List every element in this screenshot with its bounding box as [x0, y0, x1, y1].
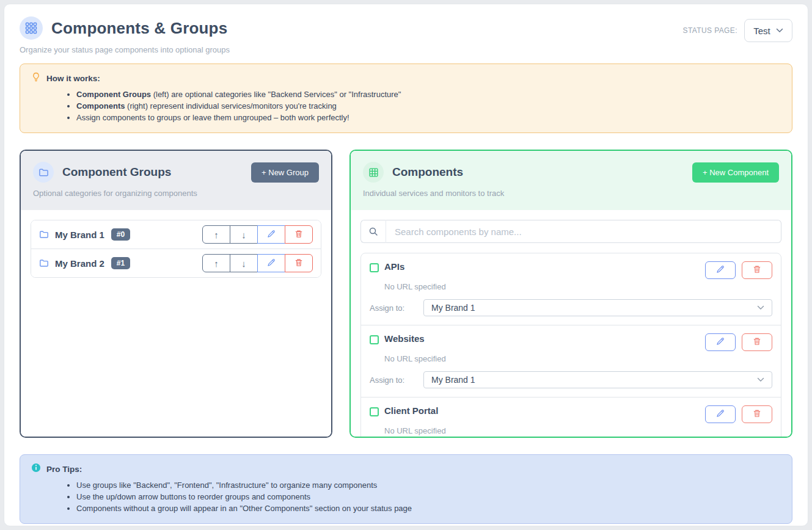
move-up-button[interactable]: ↑ — [202, 225, 230, 244]
pro-tips-box: Pro Tips: Use groups like "Backend", "Fr… — [20, 454, 792, 524]
components-title: Components — [392, 165, 463, 179]
move-down-button[interactable]: ↓ — [230, 225, 258, 244]
page-header-left: Components & Groups Organize your status… — [20, 16, 230, 54]
group-order-badge: #1 — [111, 257, 130, 269]
group-actions: ↑ ↓ — [202, 225, 313, 244]
delete-component-button[interactable] — [742, 261, 772, 279]
status-page-area: STATUS PAGE: Test — [683, 19, 792, 42]
chevron-down-icon — [757, 305, 764, 310]
folder-icon — [39, 258, 49, 268]
component-card: APIs No URL specified — [361, 253, 781, 325]
assign-to-label: Assign to: — [370, 303, 423, 313]
component-name: Websites — [384, 333, 425, 344]
new-component-button[interactable]: + New Component — [692, 162, 779, 183]
edit-group-button[interactable] — [257, 254, 285, 272]
assign-group-value: My Brand 1 — [431, 303, 475, 313]
components-panel: Components + New Component Individual se… — [349, 150, 792, 438]
assign-group-select[interactable]: My Brand 1 — [423, 299, 772, 316]
trash-icon — [294, 230, 303, 240]
status-page-value: Test — [753, 26, 770, 36]
search-icon — [360, 220, 386, 243]
delete-group-button[interactable] — [285, 225, 313, 244]
move-down-button[interactable]: ↓ — [230, 254, 258, 272]
group-actions: ↑ ↓ — [202, 254, 313, 272]
down-arrow-icon: ↓ — [241, 258, 246, 269]
chevron-down-icon — [757, 377, 764, 382]
component-groups-body: My Brand 1 #0 ↑ ↓ — [21, 210, 331, 437]
component-name: Client Portal — [384, 405, 438, 416]
pencil-icon — [716, 337, 725, 347]
component-card: Websites No URL specified — [361, 325, 781, 397]
grid-table-icon — [363, 162, 384, 183]
edit-component-button[interactable] — [705, 333, 736, 351]
how-it-works-title: How it works: — [46, 74, 100, 83]
components-header: Components + New Component Individual se… — [351, 151, 791, 210]
components-body: APIs No URL specified — [351, 210, 791, 438]
component-checkbox[interactable] — [370, 335, 379, 344]
status-page-select[interactable]: Test — [744, 19, 792, 42]
pencil-icon — [267, 230, 276, 240]
pencil-icon — [267, 258, 276, 269]
component-card: Client Portal No URL specified — [361, 397, 781, 438]
component-groups-title: Component Groups — [62, 165, 171, 179]
delete-component-button[interactable] — [742, 333, 772, 351]
page-header: Components & Groups Organize your status… — [20, 16, 792, 54]
trash-icon — [753, 409, 761, 419]
pencil-icon — [716, 409, 725, 419]
folder-icon — [33, 162, 54, 183]
how-it-works-bullet: Assign components to groups or leave the… — [76, 112, 781, 123]
component-list: APIs No URL specified — [360, 253, 781, 438]
component-actions — [705, 333, 772, 351]
assign-to-label: Assign to: — [370, 376, 423, 385]
pro-tips-list: Use groups like "Backend", "Frontend", "… — [31, 479, 781, 514]
down-arrow-icon: ↓ — [241, 230, 246, 240]
apps-grid-icon — [20, 16, 43, 40]
search-input[interactable] — [386, 220, 781, 243]
up-arrow-icon: ↑ — [214, 230, 219, 240]
component-actions — [705, 405, 772, 423]
how-it-works-list: Component Groups (left) are optional cat… — [31, 89, 781, 123]
trash-icon — [753, 265, 761, 275]
new-group-button[interactable]: + New Group — [251, 162, 319, 183]
assign-group-select[interactable]: My Brand 1 — [423, 371, 772, 388]
up-arrow-icon: ↑ — [214, 258, 219, 269]
group-row: My Brand 2 #1 ↑ ↓ — [31, 249, 321, 277]
delete-component-button[interactable] — [742, 405, 772, 423]
pro-tips-bullet: Use groups like "Backend", "Frontend", "… — [76, 479, 781, 491]
panels-row: Component Groups + New Group Optional ca… — [20, 150, 792, 438]
move-up-button[interactable]: ↑ — [202, 254, 230, 272]
assign-group-value: My Brand 1 — [431, 375, 475, 385]
component-url-note: No URL specified — [384, 354, 772, 363]
component-url-note: No URL specified — [384, 282, 772, 291]
how-it-works-bullet: Components (right) represent individual … — [76, 100, 781, 112]
edit-component-button[interactable] — [705, 405, 736, 423]
group-order-badge: #0 — [111, 228, 130, 241]
group-row: My Brand 1 #0 ↑ ↓ — [31, 220, 321, 249]
edit-group-button[interactable] — [257, 225, 285, 244]
group-name: My Brand 2 — [55, 258, 104, 269]
delete-group-button[interactable] — [285, 254, 313, 272]
how-it-works-box: How it works: Component Groups (left) ar… — [20, 64, 792, 133]
how-it-works-bullet: Component Groups (left) are optional cat… — [76, 89, 781, 100]
info-icon — [31, 463, 41, 475]
status-page-label: STATUS PAGE: — [683, 26, 737, 35]
page-title: Components & Groups — [51, 19, 227, 38]
edit-component-button[interactable] — [705, 261, 736, 279]
group-list: My Brand 1 #0 ↑ ↓ — [31, 220, 321, 278]
pro-tips-bullet: Use the up/down arrow buttons to reorder… — [76, 491, 781, 503]
lightbulb-icon — [31, 72, 41, 84]
component-groups-panel: Component Groups + New Group Optional ca… — [20, 150, 332, 438]
component-checkbox[interactable] — [370, 263, 379, 272]
components-subtitle: Individual services and monitors to trac… — [363, 189, 779, 198]
component-groups-subtitle: Optional categories for organizing compo… — [33, 189, 319, 198]
pro-tips-title: Pro Tips: — [46, 465, 82, 474]
component-groups-header: Component Groups + New Group Optional ca… — [21, 151, 331, 210]
pencil-icon — [716, 265, 725, 275]
pro-tips-bullet: Components without a group will appear i… — [76, 503, 781, 514]
folder-icon — [39, 230, 49, 239]
component-checkbox[interactable] — [370, 407, 379, 416]
trash-icon — [753, 337, 761, 347]
chevron-down-icon — [776, 28, 783, 33]
component-search — [360, 220, 781, 243]
page-subtitle: Organize your status page components int… — [20, 45, 230, 54]
